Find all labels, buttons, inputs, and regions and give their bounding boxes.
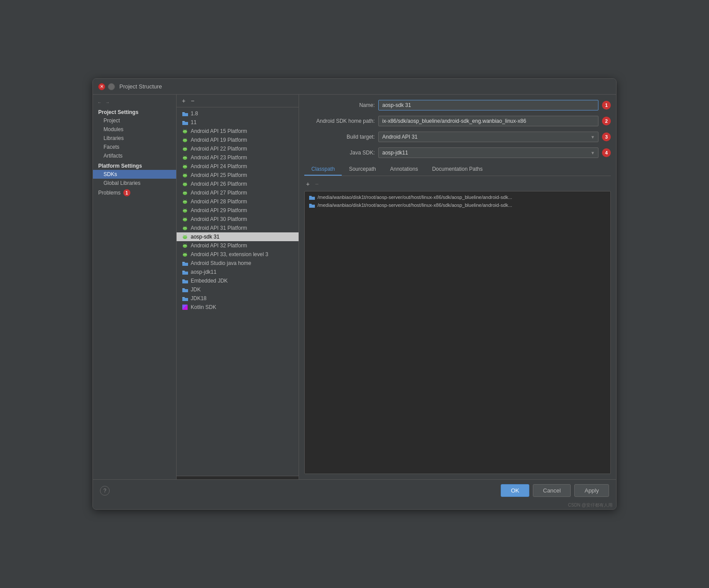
android-icon — [182, 190, 188, 196]
svg-line-12 — [184, 138, 184, 139]
sdk-list-item-kotlin-sdk[interactable]: Kotlin SDK — [177, 303, 299, 312]
name-input[interactable] — [378, 100, 598, 110]
content-area: ← → Project Settings Project Modules Lib… — [93, 95, 616, 479]
svg-point-28 — [184, 166, 185, 167]
sdk-list-item-api28[interactable]: Android API 28 Platform — [177, 197, 299, 206]
folder-icon — [182, 119, 188, 125]
sdk-item-label: Android API 19 Platform — [191, 137, 247, 143]
ok-button[interactable]: OK — [501, 484, 529, 497]
sdk-list-item-api22[interactable]: Android API 22 Platform — [177, 144, 299, 153]
sdk-home-input[interactable] — [378, 116, 598, 126]
sdk-list-item-api32[interactable]: Android API 32 Platform — [177, 241, 299, 250]
sdk-list-item-v1.8[interactable]: 1.8 — [177, 109, 299, 118]
svg-line-85 — [186, 244, 187, 245]
android-icon — [182, 181, 188, 187]
svg-line-66 — [184, 217, 184, 218]
sidebar-item-artifacts[interactable]: Artifacts — [93, 151, 176, 160]
sdk-item-label: Android API 22 Platform — [191, 146, 247, 152]
apply-button[interactable]: Apply — [574, 484, 609, 497]
sdk-list-item-aosp-jdk11[interactable]: aosp-jdk11 — [177, 268, 299, 276]
svg-line-43 — [186, 182, 187, 183]
folder-icon — [182, 278, 188, 284]
help-button[interactable]: ? — [100, 486, 110, 496]
add-sdk-button[interactable]: + — [180, 96, 187, 105]
java-sdk-label: Java SDK: — [304, 150, 375, 156]
svg-line-61 — [186, 209, 187, 209]
sdk-list-item-api25[interactable]: Android API 25 Platform — [177, 171, 299, 180]
sdk-list-item-jdk18[interactable]: JDK18 — [177, 294, 299, 303]
sdk-item-label: Android API 25 Platform — [191, 172, 247, 178]
java-sdk-row: Java SDK: aosp-jdk11 ▼ 4 — [304, 147, 611, 158]
tab-annotations[interactable]: Annotations — [383, 163, 425, 176]
name-row: Name: 1 — [304, 100, 611, 110]
sidebar-item-global-libraries[interactable]: Global Libraries — [93, 179, 176, 187]
tab-sourcepath[interactable]: Sourcepath — [342, 163, 383, 176]
problems-label: Problems — [98, 190, 121, 196]
sidebar-item-project[interactable]: Project — [93, 116, 176, 125]
minimize-button[interactable] — [108, 83, 115, 90]
step-3-badge: 3 — [602, 132, 611, 141]
close-button[interactable]: ✕ — [98, 83, 105, 90]
svg-line-31 — [186, 165, 187, 165]
sdk-list-item-api24[interactable]: Android API 24 Platform — [177, 162, 299, 171]
sdk-list-item-api15[interactable]: Android API 15 Platform — [177, 127, 299, 136]
sdk-detail-panel: Name: 1 Android SDK home path: 2 Build t… — [299, 95, 616, 479]
cancel-button[interactable]: Cancel — [533, 484, 571, 497]
sdk-item-label: Android API 26 Platform — [191, 181, 247, 187]
svg-line-6 — [184, 129, 184, 130]
svg-point-16 — [184, 148, 185, 149]
sdk-list-item-api19[interactable]: Android API 19 Platform — [177, 136, 299, 144]
sidebar-item-modules[interactable]: Modules — [93, 125, 176, 134]
sidebar-item-problems[interactable]: Problems 1 — [93, 187, 176, 198]
sdk-list-item-api26[interactable]: Android API 26 Platform — [177, 180, 299, 188]
sdk-home-row: Android SDK home path: 2 — [304, 116, 611, 126]
sidebar-item-sdks[interactable]: SDKs — [93, 170, 176, 179]
nav-forward-button[interactable]: → — [104, 99, 111, 106]
remove-sdk-button[interactable]: − — [189, 96, 196, 105]
svg-line-49 — [186, 191, 187, 192]
svg-line-91 — [186, 253, 187, 254]
svg-line-84 — [184, 244, 184, 245]
sdk-list-item-api31[interactable]: Android API 31 Platform — [177, 224, 299, 232]
sdk-item-label: Android API 33, extension level 3 — [191, 251, 268, 257]
sdk-list-item-api30[interactable]: Android API 30 Platform — [177, 215, 299, 224]
sdk-item-label: Android API 27 Platform — [191, 190, 247, 196]
classpath-add-button[interactable]: + — [304, 180, 311, 188]
svg-point-11 — [185, 140, 186, 140]
sdk-list-item-embedded-jdk[interactable]: Embedded JDK — [177, 276, 299, 285]
svg-point-70 — [184, 228, 185, 228]
sdk-list-item-aosp-sdk31[interactable]: aosp-sdk 31 — [177, 232, 299, 241]
sdk-item-label: Android API 28 Platform — [191, 198, 247, 205]
tab-classpath[interactable]: Classpath — [304, 163, 342, 176]
build-target-select[interactable]: Android API 31 — [378, 132, 598, 142]
sdk-list-item-api27[interactable]: Android API 27 Platform — [177, 188, 299, 197]
tab-documentation[interactable]: Documentation Paths — [425, 163, 490, 176]
java-sdk-select[interactable]: aosp-jdk11 — [378, 147, 598, 158]
sdk-list-item-android-studio-java-home[interactable]: Android Studio java home — [177, 259, 299, 268]
svg-point-17 — [185, 148, 186, 149]
sidebar-item-libraries[interactable]: Libraries — [93, 134, 176, 143]
android-icon — [182, 198, 188, 205]
svg-point-77 — [185, 236, 186, 237]
sdk-list-item-api23[interactable]: Android API 23 Platform — [177, 153, 299, 162]
svg-point-65 — [185, 219, 186, 220]
svg-point-52 — [184, 201, 185, 202]
kotlin-icon — [182, 304, 188, 310]
svg-point-41 — [185, 184, 186, 184]
step-1-badge: 1 — [602, 101, 611, 110]
android-icon — [182, 137, 188, 143]
sdk-list-item-api29[interactable]: Android API 29 Platform — [177, 206, 299, 215]
svg-line-25 — [186, 156, 187, 157]
sidebar-item-facets[interactable]: Facets — [93, 143, 176, 151]
sdk-list-item-v11[interactable]: 11 — [177, 118, 299, 127]
android-icon — [182, 207, 188, 213]
sdk-list-item-api33[interactable]: Android API 33, extension level 3 — [177, 250, 299, 259]
detail-tabs: ClasspathSourcepathAnnotationsDocumentat… — [304, 163, 611, 176]
folder-icon — [182, 110, 188, 117]
classpath-remove-button[interactable]: − — [313, 180, 320, 188]
sdk-list-item-jdk[interactable]: JDK — [177, 285, 299, 294]
svg-rect-92 — [182, 262, 185, 263]
nav-back-button[interactable]: ← — [96, 99, 103, 106]
svg-point-22 — [184, 157, 185, 158]
horizontal-scrollbar[interactable] — [177, 476, 299, 479]
